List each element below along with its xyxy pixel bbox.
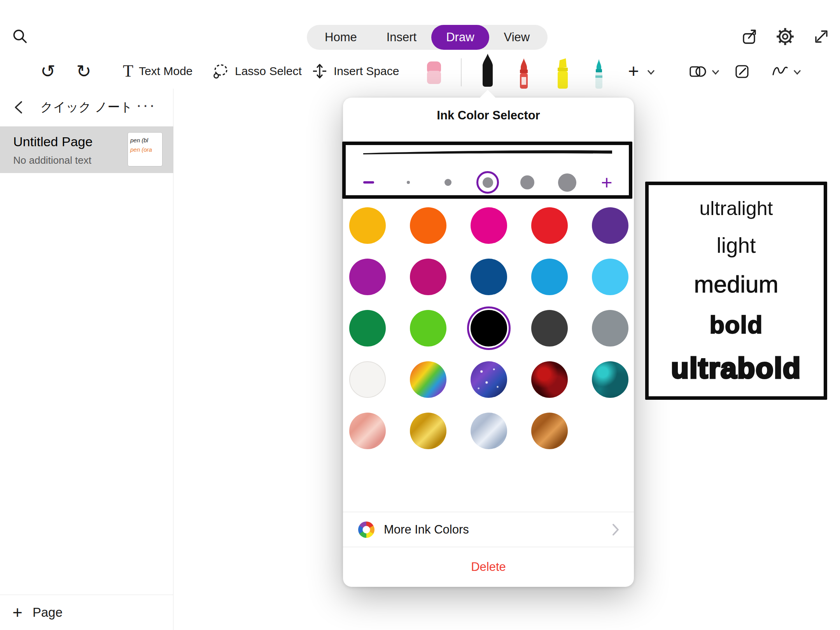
increase-thickness-button[interactable]: + (595, 171, 618, 194)
size-dot-circle (558, 173, 576, 192)
redo-button[interactable]: ↻ (76, 61, 91, 82)
lasso-select-label: Lasso Select (235, 65, 302, 78)
color-swatch-galaxy[interactable] (471, 361, 507, 398)
eraser-tool[interactable] (423, 59, 445, 92)
weight-sample-light: light (717, 235, 756, 256)
color-swatch-teal-mineral[interactable] (592, 361, 628, 398)
yellow-highlighter-tool[interactable] (552, 57, 574, 89)
search-button[interactable] (10, 26, 30, 47)
thumbnail-ink-line-1: pen (bl (130, 136, 160, 145)
color-swatch-plum[interactable] (349, 259, 386, 295)
thumbnail-ink-line-2: pen (ora (130, 145, 160, 154)
minus-icon (363, 181, 374, 184)
weight-sample-ultralight: ultralight (700, 199, 773, 218)
color-swatch-silver[interactable] (471, 413, 507, 449)
color-wheel-icon (358, 522, 374, 538)
yellow-highlighter-icon (552, 57, 574, 89)
color-swatch-sky-blue[interactable] (592, 259, 628, 295)
share-button[interactable] (739, 26, 760, 47)
color-swatch-light-green[interactable] (410, 310, 446, 346)
color-swatch-gray[interactable] (592, 310, 628, 346)
ink-note-icon (733, 62, 752, 81)
size-dot-circle (444, 179, 452, 186)
ink-color-selector-popover: Ink Color Selector + More Ink Colors Del… (343, 98, 634, 587)
settings-gear-icon (775, 27, 795, 46)
page-thumbnail: pen (bl pen (ora (128, 132, 163, 166)
delete-pen-button[interactable]: Delete (343, 547, 634, 587)
size-dot-3[interactable] (516, 171, 539, 194)
ribbon-tab-bar: Home Insert Draw View (307, 25, 548, 50)
ink-replay-button[interactable] (770, 61, 790, 82)
onenote-window: Home Insert Draw View (0, 0, 840, 630)
more-ink-colors-row[interactable]: More Ink Colors (343, 512, 634, 547)
tab-home[interactable]: Home (310, 25, 372, 50)
teal-pen-tool[interactable] (588, 57, 610, 89)
stroke-preview-line (361, 146, 614, 157)
color-grid (349, 207, 628, 449)
color-swatch-green[interactable] (349, 310, 386, 346)
text-mode-label: Text Mode (139, 65, 192, 78)
color-swatch-rose-gold[interactable] (349, 413, 386, 449)
weight-sample-medium: medium (694, 273, 779, 296)
share-icon (740, 27, 759, 46)
add-pen-icon: + (628, 62, 639, 80)
decrease-thickness-button[interactable] (357, 171, 380, 194)
size-dot-4[interactable] (555, 171, 579, 194)
undo-icon: ↺ (40, 62, 56, 80)
color-swatch-red[interactable] (531, 207, 568, 244)
insert-space-button[interactable]: Insert Space (311, 61, 399, 82)
red-pen-icon (513, 57, 535, 89)
tab-draw[interactable]: Draw (431, 25, 489, 50)
eraser-icon (423, 59, 445, 88)
add-page-button[interactable]: + Page (0, 595, 173, 630)
size-dot-2[interactable] (476, 171, 499, 194)
add-pen-chevron-icon[interactable] (646, 69, 656, 75)
color-swatch-dark-purple[interactable] (592, 207, 628, 244)
tab-view[interactable]: View (489, 25, 545, 50)
lasso-icon (212, 63, 229, 80)
more-options-button[interactable]: ··· (136, 96, 156, 114)
size-dot-circle (407, 181, 410, 184)
ink-note-button[interactable] (733, 61, 753, 82)
color-swatch-black[interactable] (471, 310, 507, 346)
plus-icon: + (12, 604, 23, 621)
weight-sample-ultrabold: ultrabold (671, 354, 802, 383)
size-dot-circle (520, 175, 534, 189)
color-swatch-dark-red-mineral[interactable] (531, 361, 568, 398)
black-pen-tool[interactable] (477, 53, 499, 86)
shapes-button[interactable] (688, 61, 708, 82)
size-dot-0[interactable] (397, 171, 420, 194)
page-list-sidebar: クイック ノート ··· Untitled Page No additional… (0, 89, 173, 630)
thickness-size-row: + (357, 168, 618, 196)
color-swatch-gold-yellow[interactable] (349, 207, 386, 244)
toolbar-divider (461, 58, 462, 86)
color-swatch-rainbow-glitter[interactable] (410, 361, 446, 398)
fullscreen-icon (812, 27, 831, 46)
ink-replay-chevron-icon[interactable] (793, 69, 802, 75)
teal-pen-icon (588, 57, 610, 89)
delete-label: Delete (471, 560, 506, 574)
red-pen-tool[interactable] (513, 57, 535, 89)
text-mode-button[interactable]: T Text Mode (123, 61, 192, 82)
color-swatch-bronze[interactable] (531, 413, 568, 449)
color-swatch-white[interactable] (349, 361, 386, 398)
shapes-chevron-icon[interactable] (711, 69, 720, 75)
color-swatch-blue[interactable] (531, 259, 568, 295)
add-pen-button[interactable]: + (624, 61, 643, 81)
weight-sample-bold: bold (710, 313, 763, 337)
color-swatch-dark-gray[interactable] (531, 310, 568, 346)
color-swatch-magenta[interactable] (410, 259, 446, 295)
color-swatch-orange[interactable] (410, 207, 446, 244)
color-swatch-dark-blue[interactable] (471, 259, 507, 295)
undo-button[interactable]: ↺ (40, 61, 56, 82)
settings-button[interactable] (775, 26, 795, 47)
fullscreen-button[interactable] (811, 26, 831, 47)
more-ink-colors-label: More Ink Colors (384, 523, 469, 537)
color-swatch-pink[interactable] (471, 207, 507, 244)
size-dot-1[interactable] (436, 171, 460, 194)
page-list-item[interactable]: Untitled Page No additional text pen (bl… (0, 126, 173, 173)
lasso-select-button[interactable]: Lasso Select (212, 61, 302, 82)
color-swatch-gold[interactable] (410, 413, 446, 449)
tab-insert[interactable]: Insert (372, 25, 432, 50)
shapes-icon (688, 62, 707, 81)
